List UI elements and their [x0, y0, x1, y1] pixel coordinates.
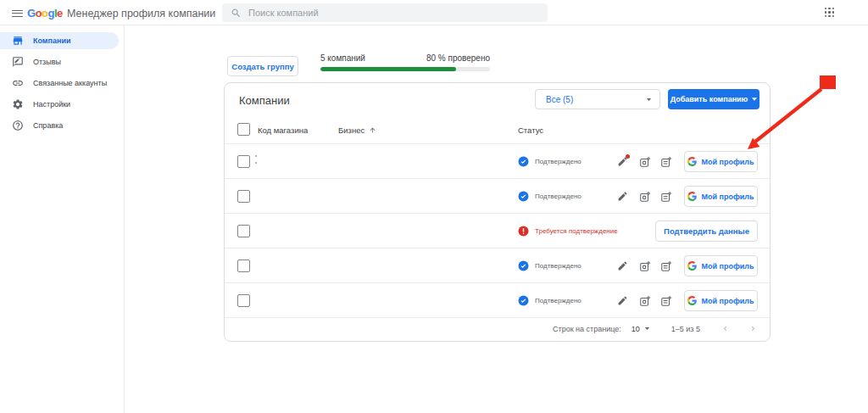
edit-icon[interactable]	[617, 260, 629, 272]
add-post-icon[interactable]	[660, 156, 672, 168]
companies-count-label: 5 компаний	[320, 53, 365, 63]
my-profile-button[interactable]: Мой профиль	[684, 255, 758, 276]
sidebar-item-reviews[interactable]: Отзывы	[0, 53, 119, 70]
alert-badge-icon	[518, 226, 529, 237]
red-square-marker	[820, 75, 836, 89]
help-icon	[12, 120, 24, 131]
sidebar-item-label: Отзывы	[33, 58, 61, 66]
status-cell: Подтверждено	[518, 248, 581, 282]
table-row: Подтверждено Мой профиль	[225, 248, 770, 283]
search-input[interactable]: Поиск компаний	[222, 3, 548, 22]
add-photo-icon[interactable]	[639, 156, 651, 168]
verification-progress: 5 компаний 80 % проверено	[320, 53, 490, 71]
rate-review-icon	[12, 56, 24, 68]
sidebar-item-help[interactable]: Справка	[0, 117, 119, 134]
status-label: Подтверждено	[535, 297, 581, 304]
create-group-button[interactable]: Создать группу	[227, 56, 298, 76]
previous-page-icon[interactable]	[721, 324, 730, 333]
sidebar: Компании Отзывы Связанные аккаунты Настр…	[0, 25, 125, 413]
edit-icon[interactable]	[617, 191, 629, 203]
status-cell: Требуется подтверждение	[518, 214, 618, 248]
menu-icon[interactable]	[12, 10, 23, 18]
my-profile-button[interactable]: Мой профиль	[684, 290, 758, 311]
verified-percent-label: 80 % проверено	[426, 53, 490, 63]
table-row: Требуется подтверждение Подтвердить данн…	[225, 214, 770, 248]
sidebar-item-label: Связанные аккаунты	[33, 79, 107, 87]
add-company-button[interactable]: Добавить компанию	[668, 89, 760, 109]
sidebar-item-label: Справка	[33, 121, 63, 130]
rows-per-page-select[interactable]: 10	[632, 325, 649, 333]
sidebar-item-label: Настройки	[33, 100, 70, 109]
row-checkbox[interactable]	[237, 294, 250, 307]
settings-icon	[12, 98, 24, 110]
filter-select[interactable]: Все (5)	[535, 89, 660, 109]
google-g-icon	[687, 192, 697, 201]
google-logo: Google	[27, 8, 63, 19]
table-body: Подтверждено Мой профиль Подтверждено Мо…	[225, 144, 770, 318]
select-all-checkbox[interactable]	[237, 123, 250, 136]
add-photo-icon[interactable]	[639, 260, 651, 272]
top-app-bar: Google Менеджер профиля компании Поиск к…	[0, 0, 868, 25]
add-photo-icon[interactable]	[639, 295, 651, 307]
status-cell: Подтверждено	[518, 179, 581, 213]
status-label: Подтверждено	[535, 158, 581, 165]
edit-icon[interactable]	[617, 156, 629, 168]
row-checkbox[interactable]	[237, 260, 250, 272]
column-business[interactable]: Бизнес	[338, 126, 376, 135]
add-post-icon[interactable]	[660, 295, 672, 307]
verify-data-button[interactable]: Подтвердить данные	[655, 220, 758, 242]
add-post-icon[interactable]	[660, 260, 672, 272]
google-g-icon	[687, 296, 697, 305]
app-title: Менеджер профиля компании	[67, 8, 215, 20]
status-label: Требуется подтверждение	[535, 227, 618, 235]
redacted-store-code	[255, 155, 257, 169]
card-title: Компании	[239, 94, 290, 107]
status-cell: Подтверждено	[518, 283, 581, 317]
table-header: Код магазина Бизнес Статус	[225, 115, 770, 144]
pagination-range-label: 1–5 из 5	[671, 325, 700, 333]
table-row: Подтверждено Мой профиль	[225, 283, 770, 318]
column-store-code: Код магазина	[258, 126, 308, 135]
verified-badge-icon	[518, 156, 529, 167]
apps-grid-icon[interactable]	[824, 7, 835, 18]
chevron-down-icon	[647, 98, 651, 101]
search-icon	[231, 8, 242, 19]
my-profile-button[interactable]: Мой профиль	[684, 186, 758, 207]
row-checkbox[interactable]	[237, 155, 250, 168]
search-placeholder: Поиск компаний	[248, 8, 319, 18]
progress-fill	[320, 67, 456, 71]
storefront-icon	[12, 35, 24, 47]
sidebar-item-companies[interactable]: Компании	[0, 32, 119, 49]
sidebar-item-linked-accounts[interactable]: Связанные аккаунты	[0, 75, 119, 92]
filter-value: Все (5)	[546, 95, 573, 104]
table-row: Подтверждено Мой профиль	[225, 179, 770, 214]
rows-per-page-label: Строк на странице:	[553, 325, 621, 333]
row-checkbox[interactable]	[237, 190, 250, 203]
table-footer: Строк на странице: 10 1–5 из 5	[225, 316, 770, 341]
status-cell: Подтверждено	[518, 144, 581, 178]
verified-badge-icon	[518, 191, 529, 202]
google-g-icon	[687, 261, 697, 271]
add-post-icon[interactable]	[660, 191, 672, 203]
table-row: Подтверждено Мой профиль	[225, 144, 770, 179]
sort-up-icon	[369, 126, 376, 134]
progress-track	[320, 67, 490, 71]
chevron-down-icon	[752, 98, 757, 101]
verified-badge-icon	[518, 260, 529, 271]
my-profile-button[interactable]: Мой профиль	[684, 151, 758, 172]
link-icon	[12, 77, 24, 89]
add-photo-icon[interactable]	[639, 191, 651, 203]
column-status: Статус	[518, 126, 543, 135]
notification-dot	[626, 154, 630, 159]
verified-badge-icon	[518, 295, 529, 306]
google-g-icon	[687, 157, 697, 166]
sidebar-item-settings[interactable]: Настройки	[0, 96, 119, 113]
chevron-down-icon	[645, 327, 649, 330]
edit-icon[interactable]	[617, 295, 629, 307]
next-page-icon[interactable]	[748, 324, 758, 333]
status-label: Подтверждено	[535, 262, 581, 270]
sidebar-item-label: Компании	[33, 36, 70, 45]
companies-card: Компании Все (5) Добавить компанию Код м…	[224, 82, 771, 342]
row-checkbox[interactable]	[237, 225, 250, 237]
status-label: Подтверждено	[535, 193, 581, 200]
